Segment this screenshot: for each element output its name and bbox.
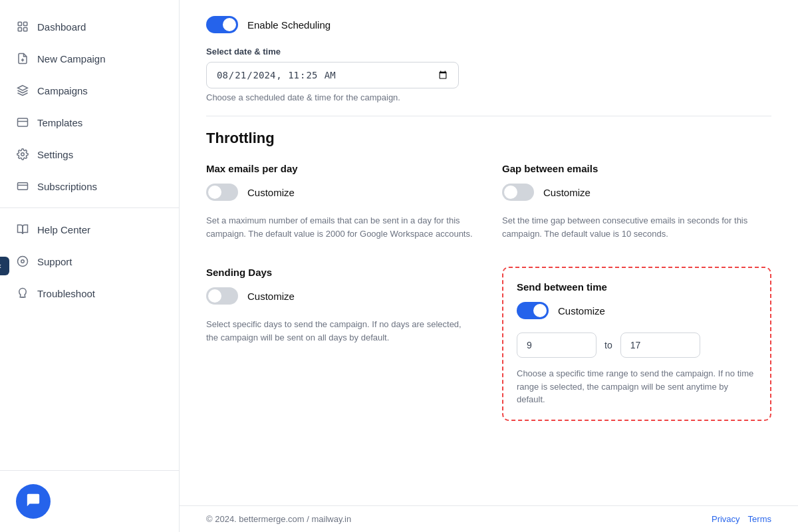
max-emails-toggle-label: Customize [247, 187, 295, 198]
send-between-title: Send between time [517, 281, 757, 293]
sidebar-item-dashboard[interactable]: Dashboard [0, 11, 179, 43]
max-emails-knob [208, 186, 221, 199]
max-emails-desc: Set a maximum number of emails that can … [206, 214, 475, 240]
gap-between-desc: Set the time gap between consecutive ema… [502, 214, 771, 240]
toggle-knob [223, 18, 236, 31]
sidebar-item-new-campaign[interactable]: New Campaign [0, 43, 179, 74]
gap-between-toggle-row: Customize [502, 184, 771, 201]
sidebar-item-settings[interactable]: Settings [0, 138, 179, 170]
svg-rect-7 [18, 118, 28, 126]
templates-icon [16, 116, 29, 129]
svg-rect-10 [18, 183, 28, 190]
svg-rect-0 [18, 22, 21, 25]
max-emails-col: Max emails per day Customize Set a maxim… [206, 163, 475, 240]
sending-days-col: Sending Days Customize Select specific d… [206, 267, 475, 421]
sidebar-item-label: Support [37, 256, 72, 267]
sending-days-toggle[interactable] [206, 287, 238, 305]
send-between-toggle-label: Customize [558, 305, 605, 317]
footer-privacy-link[interactable]: Privacy [712, 514, 740, 524]
settings-icon [16, 148, 29, 161]
gap-between-title: Gap between emails [502, 163, 771, 174]
sidebar-collapse-button[interactable]: ‹ [0, 257, 9, 275]
to-label: to [604, 340, 612, 350]
gap-between-knob [504, 186, 517, 199]
time-range-row: to [517, 332, 757, 358]
svg-rect-2 [18, 28, 21, 31]
svg-point-13 [21, 260, 25, 263]
svg-rect-1 [24, 22, 27, 25]
help-center-icon [16, 223, 29, 236]
footer-links: Privacy Terms [712, 514, 771, 524]
send-between-desc: Choose a specific time range to send the… [517, 367, 757, 406]
throttling-grid: Max emails per day Customize Set a maxim… [206, 163, 771, 421]
svg-rect-3 [24, 28, 27, 31]
enable-scheduling-label: Enable Scheduling [247, 19, 331, 31]
send-between-to-input[interactable] [620, 332, 700, 358]
gap-between-toggle[interactable] [502, 184, 534, 201]
sending-days-toggle-row: Customize [206, 287, 475, 305]
send-between-knob [533, 304, 547, 317]
chat-icon [26, 493, 41, 511]
sidebar-item-label: Help Center [37, 224, 90, 235]
chat-bubble-button[interactable] [16, 484, 51, 519]
troubleshoot-icon [16, 287, 29, 300]
send-between-toggle-row: Customize [517, 302, 757, 319]
subscriptions-icon [16, 180, 29, 193]
date-input-wrapper[interactable] [206, 62, 459, 88]
sidebar-item-label: Templates [37, 117, 82, 128]
sidebar-item-label: Settings [37, 149, 73, 160]
throttling-title: Throttling [206, 130, 771, 147]
sidebar-item-support[interactable]: Support [0, 245, 179, 277]
sidebar-item-label: Campaigns [37, 85, 88, 96]
sidebar-item-troubleshoot[interactable]: Troubleshoot [0, 277, 179, 309]
support-icon [16, 255, 29, 268]
send-between-toggle[interactable] [517, 302, 549, 319]
sidebar-item-label: Dashboard [37, 21, 86, 33]
enable-scheduling-row: Enable Scheduling [206, 16, 771, 33]
sidebar-item-help-center[interactable]: Help Center [0, 213, 179, 245]
sidebar-item-templates[interactable]: Templates [0, 106, 179, 138]
footer-terms-link[interactable]: Terms [748, 514, 771, 524]
collapse-icon: ‹ [0, 261, 1, 271]
main-content: Enable Scheduling Select date & time Cho… [180, 0, 798, 532]
new-campaign-icon [16, 52, 29, 65]
section-divider [206, 116, 771, 116]
send-between-box: Send between time Customize to Choose a … [502, 267, 771, 421]
sending-days-desc: Select specific days to send the campaig… [206, 318, 475, 344]
send-between-from-input[interactable] [517, 332, 597, 358]
sidebar-item-label: Troubleshoot [37, 288, 95, 299]
sidebar-footer [0, 470, 179, 532]
sending-days-title: Sending Days [206, 267, 475, 278]
max-emails-toggle-row: Customize [206, 184, 475, 201]
dashboard-icon [16, 20, 29, 33]
gap-between-col: Gap between emails Customize Set the tim… [502, 163, 771, 240]
page-footer: © 2024. bettermerge.com / mailway.in Pri… [180, 505, 798, 532]
enable-scheduling-toggle[interactable] [206, 16, 238, 33]
max-emails-title: Max emails per day [206, 163, 475, 174]
svg-point-9 [21, 153, 25, 156]
sidebar-nav: Dashboard New Campaign Campaigns [0, 0, 179, 470]
footer-copyright: © 2024. bettermerge.com / mailway.in [206, 514, 351, 524]
sidebar-item-campaigns[interactable]: Campaigns [0, 74, 179, 106]
date-hint: Choose a scheduled date & time for the c… [206, 92, 459, 102]
gap-between-toggle-label: Customize [543, 187, 591, 198]
svg-marker-6 [18, 86, 28, 91]
sidebar-item-label: Subscriptions [37, 181, 97, 192]
date-section-label: Select date & time [206, 47, 771, 57]
max-emails-toggle[interactable] [206, 184, 238, 201]
sending-days-toggle-label: Customize [247, 291, 295, 302]
sidebar-item-subscriptions[interactable]: Subscriptions [0, 170, 179, 202]
sidebar: Dashboard New Campaign Campaigns [0, 0, 180, 532]
date-time-input[interactable] [216, 69, 449, 81]
campaigns-icon [16, 84, 29, 97]
sidebar-item-label: New Campaign [37, 53, 106, 65]
svg-point-12 [18, 257, 28, 267]
sending-days-knob [208, 289, 221, 303]
